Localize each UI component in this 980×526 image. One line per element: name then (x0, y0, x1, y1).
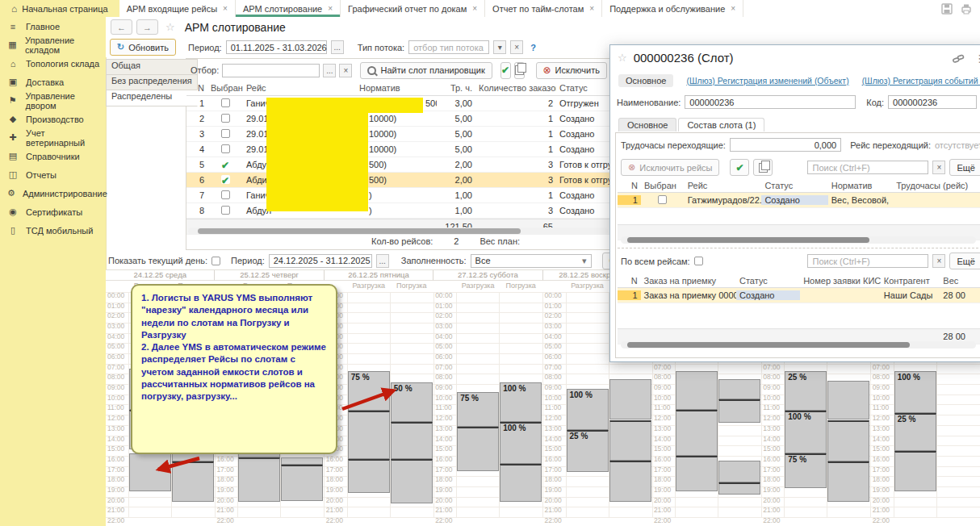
filter-clear-button[interactable]: × (339, 64, 352, 77)
slot-block[interactable] (129, 453, 171, 491)
slot-trips-hscrollbar[interactable] (621, 236, 976, 244)
exclude-button[interactable]: ⊗Исключить (536, 62, 607, 79)
check-all-button[interactable]: ✔ (500, 62, 511, 79)
dialog-nav-link-changes[interactable]: (Шлюз) Регистрация изменений (Объект) (686, 76, 848, 86)
sidebar-item[interactable]: ◉Сертификаты (0, 202, 106, 221)
slot-block[interactable] (391, 422, 433, 459)
sidebar-item[interactable]: ⚑Управление двором (0, 91, 106, 110)
row-checkbox[interactable] (221, 144, 230, 153)
sidebar-item[interactable]: ⌂Топология склада (0, 54, 106, 73)
flow-type-clear-button[interactable]: × (510, 40, 523, 54)
slot-block[interactable] (348, 411, 390, 459)
app-tab[interactable]: Поддержка и обслуживание× (602, 0, 743, 17)
table-row[interactable]: 1Гатжимурадов/22...СозданоВес, Весовой, (618, 193, 980, 208)
slot-block[interactable] (281, 457, 323, 465)
row-checkbox[interactable]: ✔ (221, 160, 230, 169)
slot-block[interactable] (718, 379, 760, 399)
slot-block[interactable] (718, 482, 760, 495)
trips-table-hscrollbar[interactable] (188, 228, 608, 235)
dialog-tab-slots[interactable]: Состав слота (1) (678, 118, 764, 132)
slots-search-clear-button[interactable]: × (932, 161, 945, 174)
more-menu-icon[interactable]: ⋮ (974, 52, 980, 65)
app-tab[interactable]: АРМ слотирование× (236, 0, 341, 17)
save-icon[interactable] (941, 3, 953, 15)
all-trips-checkbox[interactable] (694, 257, 703, 265)
view-tab[interactable]: Общая (106, 59, 198, 76)
dialog-nav-main[interactable]: Основное (618, 74, 673, 87)
slot-block[interactable] (500, 464, 542, 502)
tab-close-icon[interactable]: × (472, 4, 477, 13)
app-tab[interactable]: Отчет по тайм-слотам× (485, 0, 602, 17)
show-today-checkbox[interactable] (211, 257, 220, 265)
slot-block[interactable] (609, 379, 651, 420)
slot-block[interactable] (609, 461, 651, 502)
sidebar-item[interactable]: ▤Справочники (0, 147, 106, 165)
app-tab[interactable]: АРМ входящие рейсы× (119, 0, 236, 17)
orders-search-clear-button[interactable]: × (932, 254, 945, 268)
slot-block[interactable] (718, 461, 760, 482)
tab-home[interactable]: ⌂ Начальная страница (0, 0, 119, 17)
row-checkbox[interactable]: ✔ (221, 175, 230, 184)
flow-type-dropdown-icon[interactable]: ▾ (493, 40, 506, 54)
copy-button[interactable] (753, 159, 773, 176)
back-button[interactable]: ← (111, 19, 132, 35)
table-row[interactable]: 1Заказ на приемку 0000...СозданоНаши Сад… (618, 288, 980, 303)
print-icon[interactable] (961, 3, 972, 15)
sidebar-item[interactable]: ⚙Администрирование (0, 184, 106, 202)
dialog-tab-main[interactable]: Основное (618, 118, 676, 132)
sidebar-item[interactable]: ≡Главное (0, 17, 106, 35)
tab-close-icon[interactable]: × (589, 4, 594, 13)
period-input[interactable]: 01.11.2025 - 31.03.2026 (226, 40, 327, 54)
find-slot-button[interactable]: Найти слот планировщик (360, 62, 492, 79)
tab-close-icon[interactable]: × (328, 4, 333, 13)
sidebar-item[interactable]: ▦Управление складом (0, 35, 106, 54)
code-input[interactable]: 000000236 (888, 95, 977, 109)
filter-input[interactable] (222, 64, 320, 77)
sidebar-item[interactable]: ▣Доставка (0, 73, 106, 91)
sidebar-item[interactable]: ◫Отчеты (0, 165, 106, 184)
slot-block[interactable] (676, 410, 718, 456)
slot-block[interactable] (827, 420, 869, 462)
check-all-button[interactable]: ✔ (730, 159, 749, 176)
forward-button[interactable]: → (136, 19, 158, 35)
calendar-period-input[interactable]: 24.12.2025 - 31.12.2025 (269, 254, 372, 268)
app-tab[interactable]: Графический отчет по докам× (341, 0, 485, 17)
sidebar-item[interactable]: ▯ТСД мобильный (0, 221, 106, 240)
slot-block[interactable] (827, 461, 869, 501)
row-checkbox[interactable] (221, 190, 230, 199)
dialog-nav-link-events[interactable]: (Шлюз) Регистрация событий (Объект) (862, 76, 980, 86)
carryover-hours-input[interactable]: 0,000 (730, 138, 841, 152)
slot-block[interactable] (348, 459, 390, 493)
slot-block[interactable] (718, 399, 760, 423)
dialog-favorite-star-icon[interactable]: ☆ (618, 52, 627, 64)
flow-type-select[interactable]: отбор тип потока (408, 40, 489, 54)
name-input[interactable]: 000000236 (685, 95, 856, 109)
slot-block[interactable] (609, 420, 651, 461)
copy-button[interactable] (514, 62, 525, 79)
slot-orders-hscrollbar[interactable] (621, 341, 976, 349)
view-tab[interactable]: Распределены (106, 90, 198, 106)
slot-block[interactable] (391, 459, 433, 504)
slot-block[interactable] (238, 457, 280, 502)
calendar-period-picker-button[interactable]: ... (376, 254, 389, 268)
exclude-trips-button[interactable]: ⊗Исключить рейсы (621, 159, 719, 176)
row-checkbox[interactable] (221, 98, 230, 107)
orders-search-input[interactable]: Поиск (Ctrl+F) (807, 254, 928, 268)
slots-more-button[interactable]: Ещё (949, 159, 980, 176)
row-checkbox[interactable] (221, 114, 230, 123)
slot-block[interactable] (894, 451, 936, 492)
help-link[interactable]: ? (530, 43, 536, 52)
orders-more-button[interactable]: Ещё (949, 253, 980, 269)
sidebar-item[interactable]: ✚Учет ветеринарный (0, 128, 106, 147)
refresh-button[interactable]: ↻Обновить (110, 39, 176, 56)
period-picker-button[interactable]: ... (331, 40, 344, 54)
favorite-star-icon[interactable]: ☆ (165, 21, 175, 33)
slot-block[interactable] (281, 465, 323, 500)
link-icon[interactable] (953, 53, 965, 65)
tab-close-icon[interactable]: × (223, 4, 228, 13)
tab-close-icon[interactable]: × (731, 4, 735, 13)
slot-block[interactable] (457, 427, 499, 471)
row-checkbox[interactable] (221, 206, 230, 215)
sidebar-item[interactable]: ◆Производство (0, 110, 106, 128)
filter-picker-button[interactable]: ... (323, 64, 336, 77)
